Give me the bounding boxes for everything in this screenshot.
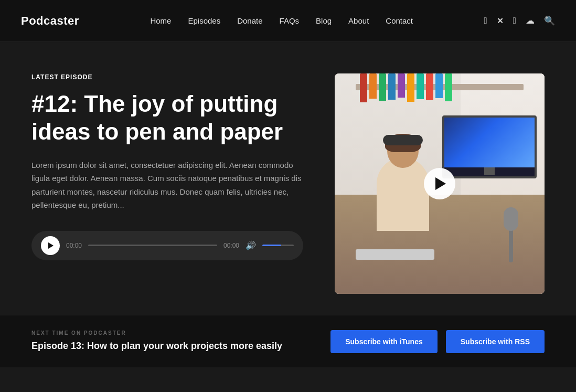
nav-faqs[interactable]: FAQs	[280, 16, 300, 25]
search-icon[interactable]: 🔍	[544, 15, 555, 26]
social-icons:  ✕  ☁ 🔍	[484, 15, 555, 26]
thumbnail	[335, 73, 545, 294]
main-nav: Home Episodes Donate FAQs Blog About Con…	[150, 16, 413, 25]
apple-icon[interactable]: 	[513, 16, 516, 26]
nav-episodes[interactable]: Episodes	[188, 16, 220, 25]
next-episode-title: Episode 13: How to plan your work projec…	[31, 340, 330, 352]
time-start: 00:00	[66, 242, 82, 249]
nav-home[interactable]: Home	[150, 16, 171, 25]
time-end: 00:00	[223, 242, 239, 249]
audio-player: 00:00 00:00 🔊	[31, 231, 303, 260]
volume-icon[interactable]: 🔊	[246, 240, 256, 250]
facebook-icon[interactable]: 	[484, 16, 487, 26]
episode-title: #12: The joy of putting ideas to pen and…	[31, 90, 303, 146]
nav-about[interactable]: About	[348, 16, 369, 25]
play-button[interactable]	[41, 236, 60, 255]
subscribe-rss-button[interactable]: Subscribe with RSS	[446, 330, 545, 353]
site-logo[interactable]: Podcaster	[21, 14, 79, 28]
episode-info: Latest Episode #12: The joy of putting i…	[31, 73, 303, 260]
episode-image	[335, 73, 545, 294]
site-header: Podcaster Home Episodes Donate FAQs Blog…	[0, 0, 576, 42]
video-play-button[interactable]	[424, 168, 455, 199]
twitter-x-icon[interactable]: ✕	[497, 16, 504, 26]
progress-bar[interactable]	[88, 245, 217, 246]
nav-donate[interactable]: Donate	[237, 16, 262, 25]
hero-section: Latest Episode #12: The joy of putting i…	[0, 42, 576, 315]
bottom-bar: NEXT TIME ON PODCASTER Episode 13: How t…	[0, 315, 576, 367]
soundcloud-icon[interactable]: ☁	[526, 15, 535, 26]
episode-description: Lorem ipsum dolor sit amet, consectetuer…	[31, 158, 303, 212]
latest-episode-label: Latest Episode	[31, 73, 303, 81]
volume-bar[interactable]	[262, 245, 294, 246]
subscribe-buttons: Subscribe with iTunes Subscribe with RSS	[330, 330, 545, 353]
nav-contact[interactable]: Contact	[386, 16, 413, 25]
volume-fill	[262, 245, 281, 246]
next-episode-info: NEXT TIME ON PODCASTER Episode 13: How t…	[31, 330, 330, 352]
nav-blog[interactable]: Blog	[316, 16, 332, 25]
subscribe-itunes-button[interactable]: Subscribe with iTunes	[330, 330, 438, 353]
next-label: NEXT TIME ON PODCASTER	[31, 330, 330, 336]
